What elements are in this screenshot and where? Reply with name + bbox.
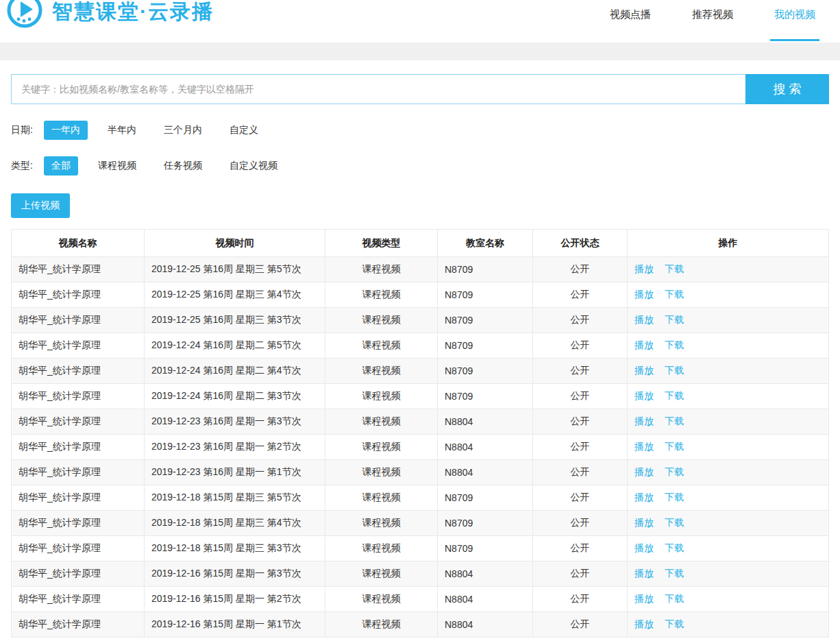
- video-type-cell: 课程视频: [325, 536, 438, 561]
- room-name-cell: N8804: [438, 587, 533, 612]
- video-name-cell: 胡华平_统计学原理: [12, 359, 145, 384]
- play-link[interactable]: 播放: [634, 289, 654, 300]
- room-name-cell: N8804: [438, 612, 533, 638]
- video-type-cell: 课程视频: [325, 460, 438, 485]
- table-row: 胡华平_统计学原理2019-12-23 第16周 星期一 第3节次课程视频N88…: [12, 409, 829, 435]
- upload-video-button[interactable]: 上传视频: [11, 193, 70, 218]
- public-status-cell: 公开: [533, 435, 628, 460]
- table-row: 胡华平_统计学原理2019-12-25 第16周 星期三 第5节次课程视频N87…: [12, 257, 829, 282]
- search-input[interactable]: [11, 74, 745, 104]
- public-status-cell: 公开: [533, 460, 628, 485]
- download-link[interactable]: 下载: [665, 542, 684, 553]
- download-link[interactable]: 下载: [665, 618, 684, 629]
- play-link[interactable]: 播放: [634, 339, 654, 350]
- top-header: 智慧课堂·云录播 视频点播 推荐视频 我的视频: [0, 0, 840, 43]
- video-name-cell: 胡华平_统计学原理: [12, 612, 145, 638]
- download-link[interactable]: 下载: [665, 517, 684, 528]
- play-link[interactable]: 播放: [634, 618, 654, 629]
- play-link[interactable]: 播放: [634, 492, 654, 503]
- type-filter-label: 类型:: [11, 160, 33, 172]
- date-option-half-year[interactable]: 半年内: [100, 121, 144, 140]
- table-header: 视频名称 视频时间 视频类型 教室名称 公开状态 操作: [12, 230, 829, 257]
- play-link[interactable]: 播放: [634, 542, 654, 553]
- row-actions-cell: 播放下载: [628, 257, 829, 282]
- date-option-custom[interactable]: 自定义: [222, 121, 266, 140]
- table-row: 胡华平_统计学原理2019-12-16 第15周 星期一 第2节次课程视频N88…: [12, 587, 829, 612]
- date-filter-row: 日期: 一年内 半年内 三个月内 自定义: [11, 121, 829, 140]
- type-option-all[interactable]: 全部: [44, 156, 78, 176]
- play-link[interactable]: 播放: [634, 314, 654, 325]
- video-time-cell: 2019-12-23 第16周 星期一 第3节次: [145, 409, 325, 435]
- public-status-cell: 公开: [533, 257, 628, 282]
- date-option-three-months[interactable]: 三个月内: [156, 121, 210, 140]
- video-time-cell: 2019-12-24 第16周 星期二 第4节次: [145, 359, 325, 384]
- video-type-cell: 课程视频: [325, 587, 438, 612]
- table-body: 胡华平_统计学原理2019-12-25 第16周 星期三 第5节次课程视频N87…: [12, 257, 829, 638]
- video-time-cell: 2019-12-25 第16周 星期三 第4节次: [145, 282, 325, 308]
- play-link[interactable]: 播放: [634, 466, 654, 477]
- download-link[interactable]: 下载: [665, 441, 684, 452]
- video-name-cell: 胡华平_统计学原理: [12, 485, 145, 511]
- download-link[interactable]: 下载: [665, 466, 684, 477]
- download-link[interactable]: 下载: [665, 365, 684, 376]
- room-name-cell: N8804: [438, 409, 533, 435]
- video-time-cell: 2019-12-18 第15周 星期三 第4节次: [145, 511, 325, 536]
- type-option-task[interactable]: 任务视频: [156, 156, 210, 176]
- video-time-cell: 2019-12-16 第15周 星期一 第2节次: [145, 587, 325, 612]
- video-table: 视频名称 视频时间 视频类型 教室名称 公开状态 操作 胡华平_统计学原理201…: [11, 229, 829, 638]
- room-name-cell: N8709: [438, 333, 533, 359]
- video-type-cell: 课程视频: [325, 384, 438, 409]
- video-type-cell: 课程视频: [325, 435, 438, 460]
- public-status-cell: 公开: [533, 384, 628, 409]
- download-link[interactable]: 下载: [665, 263, 684, 274]
- date-option-within-year[interactable]: 一年内: [44, 121, 88, 140]
- table-row: 胡华平_统计学原理2019-12-25 第16周 星期三 第4节次课程视频N87…: [12, 282, 829, 308]
- video-time-cell: 2019-12-16 第15周 星期一 第1节次: [145, 612, 325, 638]
- video-type-cell: 课程视频: [325, 308, 438, 333]
- download-link[interactable]: 下载: [665, 390, 684, 401]
- download-link[interactable]: 下载: [665, 339, 684, 350]
- nav-video-ondemand[interactable]: 视频点播: [606, 0, 655, 43]
- site-title: 智慧课堂·云录播: [52, 0, 214, 26]
- table-row: 胡华平_统计学原理2019-12-25 第16周 星期三 第3节次课程视频N87…: [12, 308, 829, 333]
- col-video-type: 视频类型: [325, 230, 438, 257]
- room-name-cell: N8709: [438, 536, 533, 561]
- play-link[interactable]: 播放: [634, 365, 654, 376]
- nav-my-videos[interactable]: 我的视频: [770, 0, 819, 43]
- video-type-cell: 课程视频: [325, 359, 438, 384]
- video-name-cell: 胡华平_统计学原理: [12, 409, 145, 435]
- download-link[interactable]: 下载: [665, 593, 684, 604]
- video-time-cell: 2019-12-25 第16周 星期三 第5节次: [145, 257, 325, 282]
- room-name-cell: N8804: [438, 561, 533, 587]
- search-button[interactable]: 搜 索: [745, 74, 829, 104]
- download-link[interactable]: 下载: [665, 568, 684, 579]
- video-time-cell: 2019-12-24 第16周 星期二 第3节次: [145, 384, 325, 409]
- nav-recommended-videos[interactable]: 推荐视频: [688, 0, 737, 43]
- video-type-cell: 课程视频: [325, 612, 438, 638]
- video-name-cell: 胡华平_统计学原理: [12, 536, 145, 561]
- play-link[interactable]: 播放: [634, 568, 654, 579]
- table-row: 胡华平_统计学原理2019-12-16 第15周 星期一 第1节次课程视频N88…: [12, 612, 829, 638]
- play-link[interactable]: 播放: [634, 441, 654, 452]
- play-link[interactable]: 播放: [634, 263, 654, 274]
- col-public-status: 公开状态: [533, 230, 628, 257]
- play-link[interactable]: 播放: [634, 415, 654, 426]
- download-link[interactable]: 下载: [665, 289, 684, 300]
- table-row: 胡华平_统计学原理2019-12-18 第15周 星期三 第3节次课程视频N87…: [12, 536, 829, 561]
- download-link[interactable]: 下载: [665, 492, 684, 503]
- play-link[interactable]: 播放: [634, 517, 654, 528]
- type-option-course[interactable]: 课程视频: [90, 156, 144, 176]
- date-filter-label: 日期:: [11, 124, 33, 136]
- download-link[interactable]: 下载: [665, 415, 684, 426]
- video-type-cell: 课程视频: [325, 561, 438, 587]
- video-type-cell: 课程视频: [325, 511, 438, 536]
- table-row: 胡华平_统计学原理2019-12-18 第15周 星期三 第5节次课程视频N87…: [12, 485, 829, 511]
- play-link[interactable]: 播放: [634, 390, 654, 401]
- row-actions-cell: 播放下载: [628, 612, 829, 638]
- type-option-custom[interactable]: 自定义视频: [222, 156, 285, 176]
- video-time-cell: 2019-12-16 第15周 星期一 第3节次: [145, 561, 325, 587]
- download-link[interactable]: 下载: [665, 314, 684, 325]
- video-type-cell: 课程视频: [325, 485, 438, 511]
- play-link[interactable]: 播放: [634, 593, 654, 604]
- video-name-cell: 胡华平_统计学原理: [12, 257, 145, 282]
